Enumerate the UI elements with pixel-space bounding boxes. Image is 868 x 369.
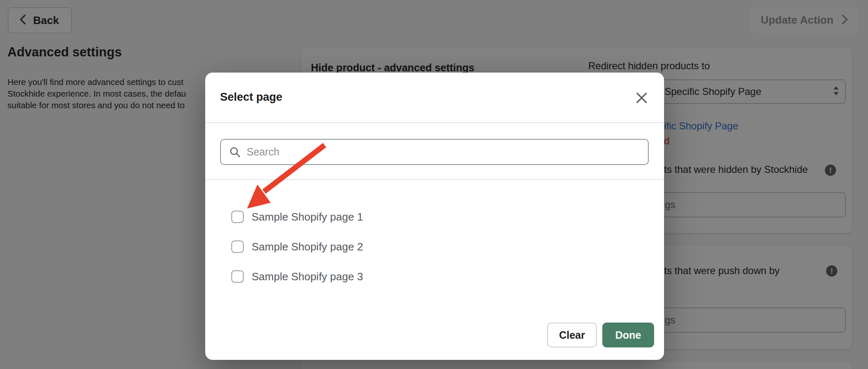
search-field[interactable] — [220, 139, 649, 165]
search-icon — [229, 146, 241, 158]
checkbox-unchecked[interactable] — [231, 211, 244, 223]
search-divider — [205, 179, 664, 180]
clear-button[interactable]: Clear — [547, 323, 597, 347]
select-page-modal: Select page Sample Shopify page 1 Sample… — [205, 73, 664, 360]
list-item-label: Sample Shopify page 1 — [252, 211, 363, 223]
list-item[interactable]: Sample Shopify page 1 — [231, 210, 363, 223]
close-icon — [635, 92, 648, 105]
list-item-label: Sample Shopify page 2 — [252, 240, 363, 253]
list-item[interactable]: Sample Shopify page 2 — [231, 240, 363, 253]
checkbox-unchecked[interactable] — [231, 240, 244, 253]
close-button[interactable] — [633, 89, 651, 107]
checkbox-unchecked[interactable] — [231, 270, 244, 283]
header-divider — [205, 122, 664, 123]
list-item[interactable]: Sample Shopify page 3 — [231, 270, 363, 283]
done-button[interactable]: Done — [602, 323, 654, 347]
modal-title: Select page — [220, 91, 282, 104]
list-item-label: Sample Shopify page 3 — [252, 270, 363, 283]
search-input[interactable] — [247, 140, 648, 164]
